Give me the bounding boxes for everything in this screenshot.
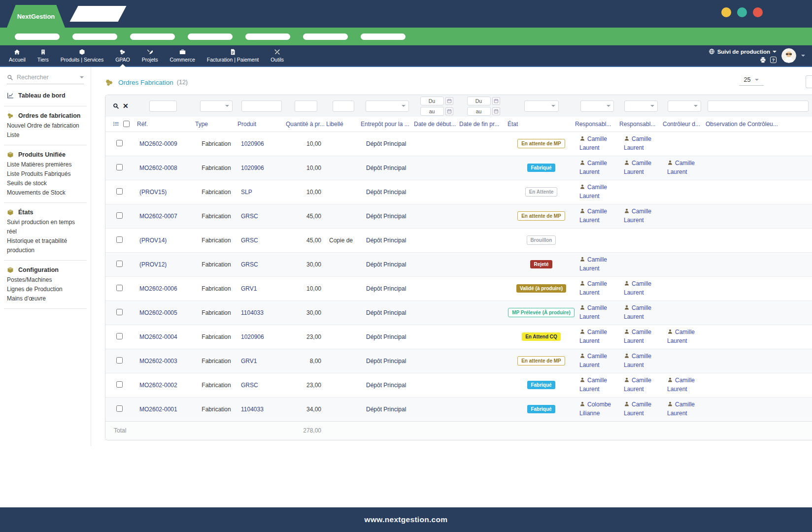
col-observation[interactable]: Observation de Contrôleu... — [706, 117, 812, 132]
filter-type-select[interactable] — [200, 100, 233, 112]
order-ref-link[interactable]: MO2602-0008 — [139, 165, 177, 171]
table-row[interactable]: MO2602-0009 Fabrication 1020906 10,00 Dé… — [105, 132, 812, 156]
sidebar-item[interactable]: Postes/Machines — [7, 275, 84, 285]
help-button[interactable]: ? — [770, 57, 777, 63]
row-checkbox[interactable] — [116, 381, 123, 388]
partial-button[interactable] — [806, 75, 812, 88]
table-row[interactable]: (PROV14) Fabrication GRSC 45,00 Copie de… — [105, 228, 812, 252]
quick-tab-pill[interactable] — [72, 33, 117, 40]
product-link[interactable]: GRSC — [241, 237, 258, 244]
order-ref-link[interactable]: MO2602-0006 — [139, 285, 177, 292]
warehouse-link[interactable]: Dépôt Principal — [366, 333, 406, 340]
warehouse-link[interactable]: Dépôt Principal — [366, 309, 406, 316]
col-responsable-2[interactable]: Responsabl... — [619, 117, 663, 132]
warehouse-link[interactable]: Dépôt Principal — [366, 237, 406, 244]
nav-projets[interactable]: Projets — [136, 45, 164, 66]
calendar-icon[interactable] — [492, 97, 500, 105]
filter-product-input[interactable] — [241, 100, 282, 112]
table-row[interactable]: MO2602-0003 Fabrication GRV1 8,00 Dépôt … — [105, 349, 812, 373]
sidebar-section-title[interactable]: Produits Unifiée — [7, 150, 84, 160]
filter-label-input[interactable] — [333, 100, 354, 112]
quick-tab-pill[interactable] — [130, 33, 175, 40]
warehouse-link[interactable]: Dépôt Principal — [366, 406, 406, 413]
product-link[interactable]: GRSC — [241, 382, 258, 389]
search-input[interactable] — [17, 74, 76, 81]
col-responsable-1[interactable]: Responsabl... — [575, 117, 619, 132]
filter-controller-select[interactable] — [668, 100, 701, 112]
avatar[interactable] — [781, 48, 796, 63]
col-date-fin[interactable]: Date de fin pr... — [459, 117, 508, 132]
context-switcher[interactable]: Suivi de production — [709, 48, 777, 55]
table-row[interactable]: (PROV15) Fabrication SLP 10,00 Dépôt Pri… — [105, 180, 812, 204]
product-link[interactable]: GRSC — [241, 261, 258, 268]
clear-filter-button[interactable]: ✕ — [123, 102, 129, 109]
order-ref-link[interactable]: MO2602-0005 — [139, 309, 177, 316]
row-checkbox[interactable] — [116, 261, 123, 267]
sidebar-section-title[interactable]: États — [7, 207, 84, 218]
table-row[interactable]: (PROV12) Fabrication GRSC 30,00 Dépôt Pr… — [105, 252, 812, 276]
list-options-button[interactable] — [113, 121, 119, 127]
col-ref[interactable]: Réf. — [131, 117, 195, 132]
filter-start-date-to-input[interactable] — [420, 107, 444, 116]
brand-logo[interactable]: NextGestion — [7, 5, 65, 28]
table-row[interactable]: MO2602-0002 Fabrication GRSC 23,00 Dépôt… — [105, 373, 812, 397]
col-quantite[interactable]: Quantité à pr... — [286, 117, 326, 132]
page-title[interactable]: Ordres Fabrication — [118, 79, 173, 86]
filter-end-date-from-input[interactable] — [467, 97, 491, 105]
filter-qty-input[interactable] — [295, 100, 317, 112]
col-controleur[interactable]: Contrôleur d... — [663, 117, 706, 132]
quick-tab-pill[interactable] — [188, 33, 233, 40]
product-link[interactable]: 1020906 — [241, 333, 264, 340]
filter-status-select[interactable] — [524, 100, 559, 112]
filter-ref-input[interactable] — [149, 100, 177, 112]
print-button[interactable] — [760, 57, 766, 63]
product-link[interactable]: 1020906 — [241, 140, 264, 147]
calendar-icon[interactable] — [492, 107, 500, 115]
row-checkbox[interactable] — [116, 333, 123, 339]
nav-gpao[interactable]: GPAO — [109, 45, 136, 66]
sidebar-section-title[interactable]: Ordres de fabrication — [7, 111, 84, 121]
calendar-icon[interactable] — [445, 97, 453, 105]
table-row[interactable]: MO2602-0004 Fabrication 1020906 23,00 Dé… — [105, 325, 812, 349]
product-link[interactable]: 1104033 — [241, 309, 264, 316]
warehouse-link[interactable]: Dépôt Principal — [366, 285, 406, 292]
table-row[interactable]: MO2602-0007 Fabrication GRSC 45,00 Dépôt… — [105, 204, 812, 228]
product-link[interactable]: 1020906 — [241, 165, 264, 171]
sidebar-item[interactable]: Liste Matières premières — [7, 160, 84, 169]
product-link[interactable]: GRV1 — [241, 285, 257, 292]
col-date-debut[interactable]: Date de début... — [414, 117, 459, 132]
order-ref-link[interactable]: (PROV15) — [139, 189, 167, 196]
warehouse-link[interactable]: Dépôt Principal — [366, 213, 406, 220]
sidebar-section-title[interactable]: Tableau de bord — [7, 91, 84, 101]
sidebar-item[interactable]: Liste — [7, 131, 84, 140]
order-ref-link[interactable]: MO2602-0009 — [139, 140, 177, 147]
quick-tab-pill[interactable] — [303, 33, 348, 40]
select-all-checkbox[interactable] — [123, 121, 130, 127]
quick-tab-pill[interactable] — [361, 33, 406, 40]
page-size-select[interactable]: 25 — [739, 76, 764, 86]
sidebar-item[interactable]: Liste Produits Fabriqués — [7, 169, 84, 179]
row-checkbox[interactable] — [116, 212, 123, 219]
product-link[interactable]: GRSC — [241, 213, 258, 220]
nav-tiers[interactable]: Tiers — [32, 45, 55, 66]
row-checkbox[interactable] — [116, 188, 123, 195]
nav-produits-services[interactable]: Produits | Services — [55, 45, 109, 66]
nav-commerce[interactable]: Commerce — [164, 45, 201, 66]
apply-filter-button[interactable] — [113, 103, 119, 109]
product-link[interactable]: 1104033 — [241, 406, 264, 413]
sidebar-item[interactable]: Suivi production en temps réel — [7, 218, 84, 236]
nav-facturation-paiement[interactable]: Facturation | Paiement — [201, 45, 265, 66]
order-ref-link[interactable]: MO2602-0004 — [139, 333, 177, 340]
row-checkbox[interactable] — [116, 309, 123, 315]
col-type[interactable]: Type — [195, 117, 237, 132]
row-checkbox[interactable] — [116, 164, 123, 170]
calendar-icon[interactable] — [445, 107, 453, 115]
warehouse-link[interactable]: Dépôt Principal — [366, 382, 406, 389]
col-etat[interactable]: État — [508, 117, 575, 132]
col-produit[interactable]: Produit — [237, 117, 286, 132]
sidebar-item[interactable]: Mouvements de Stock — [7, 188, 84, 198]
quick-tab-pill[interactable] — [245, 33, 290, 40]
nav-accueil[interactable]: Accueil — [3, 45, 32, 66]
filter-observation-input[interactable] — [708, 100, 809, 112]
col-libelle[interactable]: Libellé — [326, 117, 361, 132]
